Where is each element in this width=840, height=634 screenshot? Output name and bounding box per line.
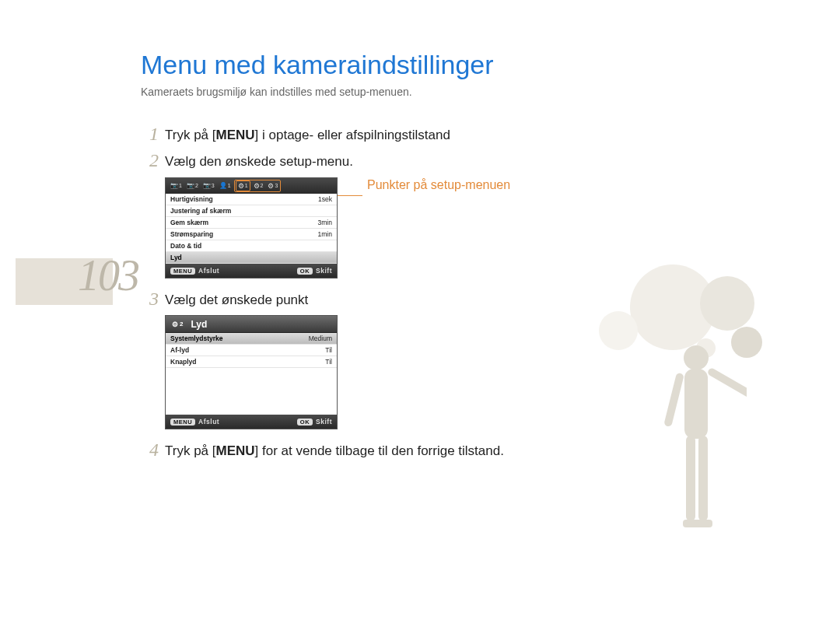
- callout-leader-line: [338, 195, 362, 196]
- menu-row-hurtigvisning[interactable]: Hurtigvisning1sek: [166, 194, 337, 205]
- page-title: Menu med kameraindstillinger: [141, 50, 494, 80]
- tab-camera-1[interactable]: 📷1: [169, 180, 184, 191]
- step-4-bold: MENU: [216, 443, 255, 458]
- step-3-text: Vælg det ønskede punkt: [165, 289, 308, 310]
- decorative-illustration: [537, 264, 793, 576]
- menu-value: Til: [325, 358, 332, 366]
- step-4-text: Tryk på [MENU] for at vende tilbage til …: [165, 440, 504, 461]
- menu-label: Justering af skærm: [170, 207, 332, 215]
- svg-point-0: [684, 345, 709, 370]
- tab-camera-2-num: 2: [195, 183, 198, 188]
- svg-point-8: [739, 335, 747, 344]
- list-filler: [166, 368, 337, 415]
- menu-label: Gem skærm: [170, 219, 318, 226]
- camera-icon: 📷: [187, 182, 194, 189]
- footer-exit-label: Afslut: [198, 267, 219, 275]
- footer-exit-label-2: Afslut: [198, 418, 219, 426]
- gear-icon: ⚙: [268, 182, 274, 190]
- menu-pill: MENU: [170, 419, 195, 426]
- step-3-number: 3: [142, 289, 165, 308]
- camera-screen-sound: ⚙2 Lyd SystemlydstyrkeMedium Af-lydTil K…: [165, 315, 338, 429]
- step-1-text: Tryk på [MENU] i optage- eller afspilnin…: [165, 124, 450, 145]
- menu-row-stromsparing[interactable]: Strømsparing1min: [166, 229, 337, 240]
- menu-value: Til: [325, 346, 332, 354]
- tab-setup-3[interactable]: ⚙3: [266, 180, 279, 191]
- camera-sound-header: ⚙2 Lyd: [166, 316, 337, 333]
- menu-label: Lyd: [170, 254, 332, 261]
- menu-label: Systemlydstyrke: [170, 335, 309, 342]
- step-1-pre: Tryk på [: [165, 128, 216, 142]
- page-number: 103: [78, 250, 138, 300]
- svg-rect-3: [698, 436, 708, 521]
- camera-icon: 📷: [170, 182, 178, 189]
- menu-row-systemlydstyrke[interactable]: SystemlydstyrkeMedium: [166, 333, 337, 345]
- camera-footer-2: MENUAfslut OKSkift: [166, 415, 337, 429]
- menu-pill: MENU: [170, 268, 195, 275]
- screen1-wrap: 📷1 📷2 📷3 👤1 ⚙1 ⚙2 ⚙3 Hurtigvisning1sek J…: [165, 177, 546, 278]
- svg-rect-6: [663, 373, 684, 427]
- tab-setup-2[interactable]: ⚙2: [252, 180, 265, 191]
- camera-sound-list: SystemlydstyrkeMedium Af-lydTil KnaplydT…: [166, 333, 337, 415]
- step-4: 4 Tryk på [MENU] for at vende tilbage ti…: [142, 440, 546, 461]
- step-2-text: Vælg den ønskede setup-menu.: [165, 151, 353, 171]
- svg-rect-7: [707, 367, 747, 404]
- camera-footer: MENUAfslut OKSkift: [166, 264, 337, 278]
- footer-shift[interactable]: OKSkift: [297, 267, 332, 275]
- step-1: 1 Tryk på [MENU] i optage- eller afspiln…: [142, 124, 546, 145]
- footer-exit[interactable]: MENUAfslut: [170, 267, 297, 275]
- steps-list: 1 Tryk på [MENU] i optage- eller afspiln…: [142, 124, 546, 467]
- page-subtitle: Kameraets brugsmiljø kan indstilles med …: [141, 86, 412, 98]
- camera-menu-list: Hurtigvisning1sek Justering af skærm Gem…: [166, 194, 337, 264]
- tab-setup-1-num: 1: [245, 183, 248, 188]
- menu-row-gem-skaerm[interactable]: Gem skærm3min: [166, 217, 337, 229]
- svg-rect-2: [686, 436, 695, 521]
- child-silhouette-icon: [653, 335, 747, 568]
- footer-exit-2[interactable]: MENUAfslut: [170, 418, 297, 426]
- svg-rect-5: [695, 520, 712, 527]
- tab-camera-1-num: 1: [179, 183, 182, 188]
- step-4-number: 4: [142, 440, 165, 459]
- menu-label: Knaplyd: [170, 358, 325, 366]
- menu-value: Medium: [309, 335, 332, 342]
- svg-rect-1: [684, 369, 708, 439]
- menu-row-aflyd[interactable]: Af-lydTil: [166, 345, 337, 356]
- tab-setup-1[interactable]: ⚙1: [236, 180, 250, 191]
- step-2: 2 Vælg den ønskede setup-menu.: [142, 151, 546, 171]
- camera-sound-title: Lyd: [191, 319, 207, 330]
- menu-row-knaplyd[interactable]: KnaplydTil: [166, 356, 337, 368]
- step-1-post: ] i optage- eller afspilningstilstand: [255, 128, 450, 142]
- step-4-post: ] for at vende tilbage til den forrige t…: [255, 443, 504, 458]
- gear-icon: ⚙: [238, 182, 244, 190]
- gear-icon: ⚙: [172, 321, 178, 328]
- tab-setup-2-num: 2: [261, 183, 264, 188]
- menu-label: Hurtigvisning: [170, 195, 318, 203]
- menu-value: 3min: [318, 219, 332, 226]
- tab-camera-2[interactable]: 📷2: [185, 180, 200, 191]
- tab-camera-3[interactable]: 📷3: [201, 180, 216, 191]
- menu-row-justering[interactable]: Justering af skærm: [166, 205, 337, 217]
- tab-setup-group-highlight: ⚙1 ⚙2 ⚙3: [234, 180, 282, 192]
- tab-camera-3-num: 3: [212, 183, 215, 188]
- tab-user-1-num: 1: [228, 183, 231, 188]
- step-1-number: 1: [142, 124, 165, 143]
- bubble-icon: [599, 311, 638, 350]
- step-4-pre: Tryk på [: [165, 443, 216, 458]
- tab-user-1[interactable]: 👤1: [218, 180, 233, 191]
- step-3: 3 Vælg det ønskede punkt: [142, 289, 546, 310]
- menu-label: Af-lyd: [170, 346, 325, 354]
- footer-shift-label: Skift: [316, 267, 332, 275]
- user-icon: 👤: [219, 182, 227, 189]
- header-icon-num: 2: [180, 321, 183, 328]
- menu-row-dato-tid[interactable]: Dato & tid: [166, 240, 337, 252]
- footer-shift-2[interactable]: OKSkift: [297, 418, 332, 426]
- step-2-number: 2: [142, 151, 165, 170]
- footer-shift-label-2: Skift: [316, 418, 332, 426]
- menu-row-lyd[interactable]: Lyd: [166, 252, 337, 264]
- bubble-icon: [700, 276, 754, 331]
- camera-tabs: 📷1 📷2 📷3 👤1 ⚙1 ⚙2 ⚙3: [166, 178, 337, 194]
- ok-pill: OK: [297, 268, 313, 275]
- menu-value: 1sek: [318, 195, 332, 203]
- menu-label: Strømsparing: [170, 230, 318, 238]
- menu-value: 1min: [318, 230, 332, 238]
- step-1-bold: MENU: [216, 128, 255, 142]
